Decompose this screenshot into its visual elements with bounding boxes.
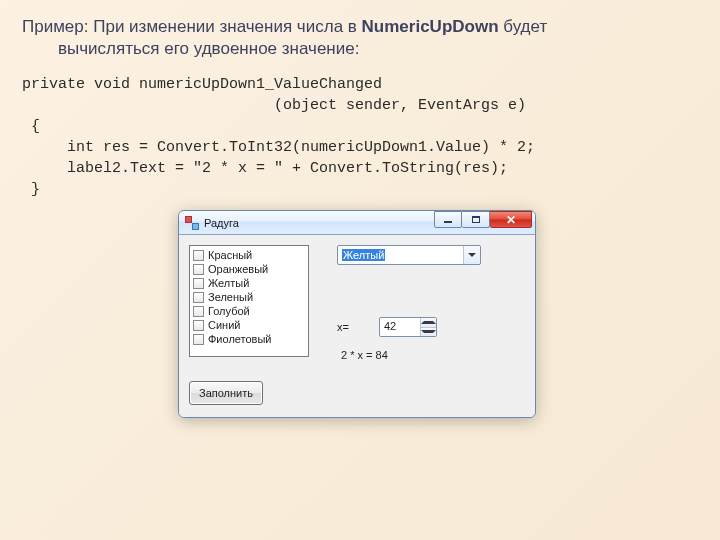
color-combobox[interactable]: Желтый bbox=[337, 245, 481, 265]
minimize-button[interactable] bbox=[434, 211, 462, 228]
numeric-down-button[interactable] bbox=[421, 327, 436, 337]
chevron-up-icon bbox=[421, 321, 436, 324]
list-item[interactable]: Желтый bbox=[193, 276, 305, 290]
checkbox-icon[interactable] bbox=[193, 292, 204, 303]
window-title: Радуга bbox=[204, 217, 434, 229]
color-checkedlistbox[interactable]: Красный Оранжевый Желтый Зеленый Голубой… bbox=[189, 245, 309, 357]
list-item[interactable]: Синий bbox=[193, 318, 305, 332]
list-item[interactable]: Красный bbox=[193, 248, 305, 262]
numeric-updown[interactable]: 42 bbox=[379, 317, 437, 337]
numeric-value[interactable]: 42 bbox=[380, 318, 420, 336]
list-item[interactable]: Голубой bbox=[193, 304, 305, 318]
close-button[interactable]: ✕ bbox=[490, 211, 532, 228]
checkbox-icon[interactable] bbox=[193, 278, 204, 289]
combo-selected: Желтый bbox=[342, 249, 385, 261]
result-label: 2 * x = 84 bbox=[337, 349, 525, 361]
code-sample: private void numericUpDown1_ValueChanged… bbox=[22, 74, 698, 200]
titlebar[interactable]: Радуга ✕ bbox=[179, 211, 535, 235]
checkbox-icon[interactable] bbox=[193, 320, 204, 331]
chevron-down-icon bbox=[468, 253, 476, 257]
x-label: x= bbox=[337, 321, 379, 333]
app-icon bbox=[185, 216, 199, 230]
list-item[interactable]: Зеленый bbox=[193, 290, 305, 304]
checkbox-icon[interactable] bbox=[193, 264, 204, 275]
app-window: Радуга ✕ Красный Оранжевый Желтый Зелены… bbox=[178, 210, 536, 418]
combo-dropdown-button[interactable] bbox=[463, 246, 480, 264]
maximize-button[interactable] bbox=[462, 211, 490, 228]
checkbox-icon[interactable] bbox=[193, 334, 204, 345]
heading-bold: NumericUpDown bbox=[362, 17, 499, 36]
checkbox-icon[interactable] bbox=[193, 250, 204, 261]
close-icon: ✕ bbox=[506, 215, 516, 225]
checkbox-icon[interactable] bbox=[193, 306, 204, 317]
heading-line2: вычисляться его удвоенное значение: bbox=[22, 38, 698, 60]
heading-part1: Пример: При изменении значения числа в bbox=[22, 17, 362, 36]
list-item[interactable]: Оранжевый bbox=[193, 262, 305, 276]
list-item[interactable]: Фиолетовый bbox=[193, 332, 305, 346]
slide-heading: Пример: При изменении значения числа в N… bbox=[22, 16, 698, 60]
heading-part2: будет bbox=[499, 17, 548, 36]
chevron-down-icon bbox=[421, 330, 436, 333]
fill-button[interactable]: Заполнить bbox=[189, 381, 263, 405]
numeric-up-button[interactable] bbox=[421, 318, 436, 327]
